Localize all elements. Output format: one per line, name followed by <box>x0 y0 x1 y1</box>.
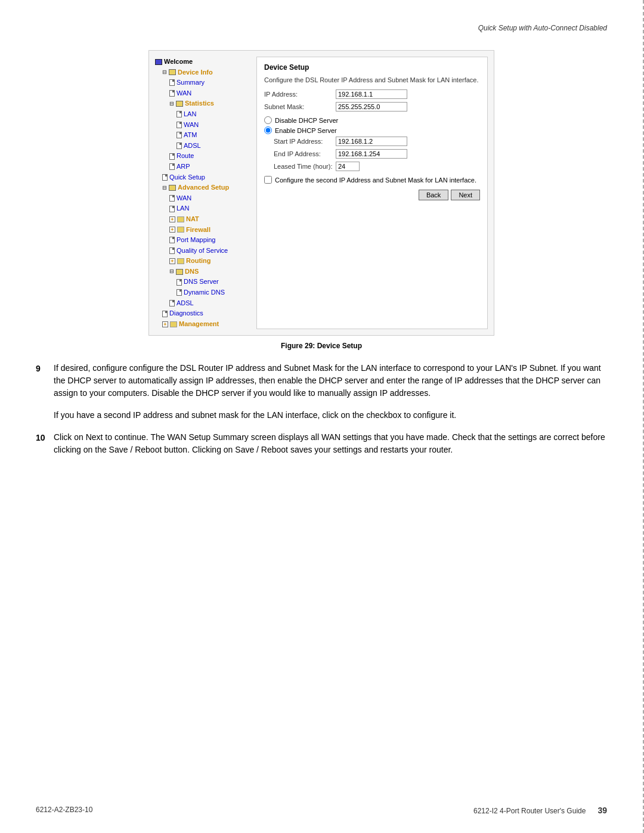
nav-device-info[interactable]: ⊟ Device Info <box>155 67 256 78</box>
page-icon <box>169 206 175 212</box>
nav-advanced-setup[interactable]: ⊟ Advanced Setup <box>155 182 256 193</box>
page-icon <box>177 122 182 128</box>
nav-adsl-stats[interactable]: ADSL <box>155 141 256 151</box>
leased-time-label: Leased Time (hour): <box>264 163 336 170</box>
folder-icon <box>177 258 184 264</box>
page-icon <box>177 279 182 286</box>
nav-lan-adv[interactable]: LAN <box>155 203 256 214</box>
back-button[interactable]: Back <box>419 190 448 200</box>
expand-icon[interactable]: + <box>162 321 168 327</box>
nav-routing[interactable]: + Routing <box>155 256 256 267</box>
folder-open-icon <box>169 185 176 191</box>
step-9-text: If desired, configure configure the DSL … <box>54 362 607 400</box>
footer-left: 6212-A2-ZB23-10 <box>36 806 92 815</box>
page-icon <box>169 163 175 170</box>
nav-adsl-adv[interactable]: ADSL <box>155 298 256 309</box>
nav-atm-stats[interactable]: ATM <box>155 130 256 141</box>
nav-dns-server[interactable]: DNS Server <box>155 277 256 287</box>
nav-dns[interactable]: ⊟ DNS <box>155 267 256 277</box>
end-ip-row: End IP Address: <box>264 149 480 159</box>
step-10: 10 Click on Next to continue. The WAN Se… <box>36 431 607 456</box>
nav-lan-stats[interactable]: LAN <box>155 109 256 120</box>
nav-tree: Welcome ⊟ Device Info Summary <box>155 57 256 329</box>
page-icon <box>169 247 175 254</box>
main-content: 9 If desired, configure configure the DS… <box>36 362 607 456</box>
folder-open-icon <box>176 269 183 275</box>
page-icon <box>169 195 175 202</box>
subnet-mask-row: Subnet Mask: <box>264 102 480 112</box>
nav-nat[interactable]: + NAT <box>155 214 256 225</box>
page-icon <box>169 300 175 306</box>
figure-caption: Figure 29: Device Setup <box>36 342 607 350</box>
enable-dhcp-label: Enable DHCP Server <box>275 127 337 134</box>
nav-route[interactable]: Route <box>155 151 256 162</box>
start-ip-input[interactable] <box>336 137 407 146</box>
page-icon <box>169 79 175 86</box>
second-ip-checkbox[interactable] <box>264 176 272 184</box>
start-ip-row: Start IP Address: <box>264 137 480 146</box>
start-ip-label: Start IP Address: <box>264 138 336 145</box>
disable-dhcp-row: Disable DHCP Server <box>264 116 480 124</box>
panel-description: Configure the DSL Router IP Address and … <box>264 76 480 83</box>
enable-dhcp-row: Enable DHCP Server <box>264 126 480 134</box>
ip-address-row: IP Address: <box>264 89 480 99</box>
footer: 6212-A2-ZB23-10 6212-I2 4-Port Router Us… <box>36 806 607 815</box>
expand-icon[interactable]: + <box>169 216 175 222</box>
nav-summary[interactable]: Summary <box>155 78 256 88</box>
disable-dhcp-label: Disable DHCP Server <box>275 117 338 124</box>
nav-welcome[interactable]: Welcome <box>155 57 256 67</box>
nav-quick-setup[interactable]: Quick Setup <box>155 172 256 183</box>
next-button[interactable]: Next <box>451 190 480 200</box>
expand-icon[interactable]: + <box>169 258 175 264</box>
nav-dynamic-dns[interactable]: Dynamic DNS <box>155 287 256 298</box>
folder-open-icon <box>169 69 176 75</box>
disable-dhcp-radio[interactable] <box>264 116 272 124</box>
second-ip-row: Configure the second IP Address and Subn… <box>264 176 480 184</box>
nav-wan-stats[interactable]: WAN <box>155 120 256 131</box>
leased-time-input[interactable] <box>336 162 360 171</box>
subnet-mask-label: Subnet Mask: <box>264 103 336 110</box>
enable-dhcp-radio[interactable] <box>264 126 272 134</box>
step-10-number: 10 <box>36 431 54 456</box>
page-header: Quick Setup with Auto-Connect Disabled <box>36 24 607 32</box>
page-icon <box>169 90 175 97</box>
footer-right: 6212-I2 4-Port Router User's Guide 39 <box>473 806 607 815</box>
folder-icon <box>170 321 177 327</box>
leased-time-row: Leased Time (hour): <box>264 162 480 171</box>
nav-qos[interactable]: Quality of Service <box>155 246 256 256</box>
page-icon <box>169 237 175 243</box>
expand-icon[interactable]: + <box>169 227 175 233</box>
folder-icon <box>177 216 184 222</box>
footer-page: 39 <box>597 806 607 815</box>
nav-firewall[interactable]: + Firewall <box>155 225 256 236</box>
end-ip-label: End IP Address: <box>264 150 336 157</box>
monitor-icon <box>155 59 162 65</box>
page-icon <box>162 174 168 181</box>
folder-open-icon <box>176 101 183 107</box>
header-title: Quick Setup with Auto-Connect Disabled <box>478 24 607 32</box>
figure-box: Welcome ⊟ Device Info Summary <box>148 50 494 336</box>
nav-arp[interactable]: ARP <box>155 162 256 172</box>
step-9: 9 If desired, configure configure the DS… <box>36 362 607 400</box>
page-icon <box>177 111 182 117</box>
end-ip-input[interactable] <box>336 149 407 159</box>
paragraph-1: If you have a second IP address and subn… <box>54 409 607 422</box>
nav-management[interactable]: + Management <box>155 319 256 330</box>
panel-title: Device Setup <box>264 63 480 72</box>
nav-port-mapping[interactable]: Port Mapping <box>155 235 256 246</box>
nav-wan-adv[interactable]: WAN <box>155 193 256 204</box>
nav-wan1[interactable]: WAN <box>155 88 256 99</box>
ip-address-label: IP Address: <box>264 91 336 98</box>
page-icon <box>177 132 182 138</box>
page-icon <box>169 153 175 160</box>
ip-address-input[interactable] <box>336 89 407 99</box>
page-icon <box>162 311 168 317</box>
page-icon <box>177 289 182 296</box>
folder-icon <box>177 227 184 233</box>
step-9-number: 9 <box>36 362 54 400</box>
second-ip-label: Configure the second IP Address and Subn… <box>275 176 476 184</box>
subnet-mask-input[interactable] <box>336 102 407 112</box>
nav-statistics[interactable]: ⊟ Statistics <box>155 98 256 109</box>
nav-diagnostics[interactable]: Diagnostics <box>155 308 256 319</box>
content-panel: Device Setup Configure the DSL Router IP… <box>256 57 488 329</box>
